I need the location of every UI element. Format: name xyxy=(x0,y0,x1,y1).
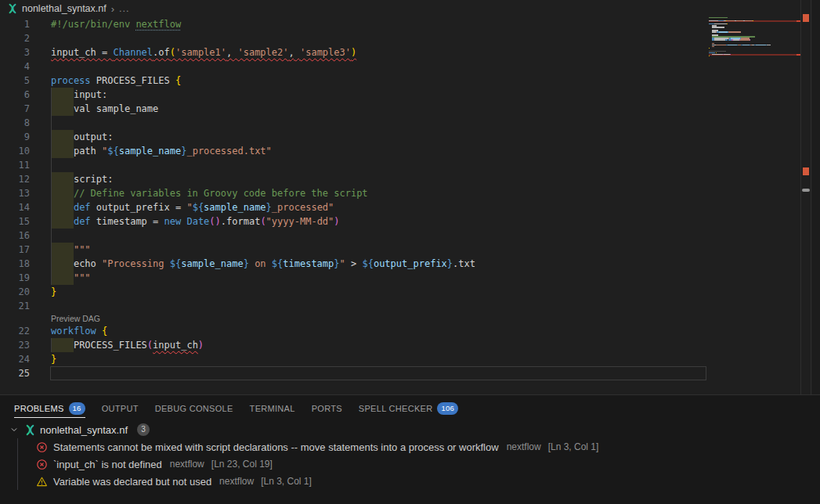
code-line-17[interactable]: 17 """ xyxy=(0,243,800,257)
code-line-19[interactable]: 19 """ xyxy=(0,271,800,285)
problems-file-group[interactable]: nonlethal_syntax.nf 3 xyxy=(0,421,820,438)
line-number[interactable]: 18 xyxy=(0,257,30,271)
line-content: def output_prefix = "${sample_name}_proc… xyxy=(30,200,334,214)
code-line-10[interactable]: 10 path "${sample_name}_processed.txt" xyxy=(0,144,800,158)
breadcrumb-more[interactable]: ... xyxy=(119,3,129,14)
tab-label: DEBUG CONSOLE xyxy=(155,404,233,413)
line-number[interactable]: 9 xyxy=(0,130,30,144)
line-number[interactable]: 13 xyxy=(0,186,30,200)
line-number[interactable]: 3 xyxy=(0,45,30,59)
minimap[interactable] xyxy=(709,17,800,59)
code-line-2[interactable]: 2 xyxy=(0,31,800,45)
code-line-23[interactable]: 23 PROCESS_FILES(input_ch) xyxy=(0,338,800,352)
code-line-24[interactable]: 24} xyxy=(0,352,800,366)
code-line-6[interactable]: 6 input: xyxy=(0,88,800,102)
code-lines[interactable]: 1#!/usr/bin/env nextflow23input_ch = Cha… xyxy=(0,17,800,380)
code-line-3[interactable]: 3input_ch = Channel.of('sample1', 'sampl… xyxy=(0,45,800,59)
line-number[interactable]: 2 xyxy=(0,31,30,45)
indent-guide xyxy=(51,116,74,130)
chevron-down-icon[interactable] xyxy=(8,423,20,436)
code-line-21[interactable]: 21 xyxy=(0,299,800,313)
token: ) xyxy=(334,216,339,227)
panel-tab-ports[interactable]: PORTS xyxy=(312,395,342,421)
line-content: workflow { xyxy=(30,324,107,338)
ruler-marker-error[interactable] xyxy=(803,167,809,175)
problem-row[interactable]: `input_ch` is not definednextflow[Ln 23,… xyxy=(0,455,820,473)
line-number[interactable]: 20 xyxy=(0,285,30,299)
line-content: #!/usr/bin/env nextflow xyxy=(30,17,181,31)
ruler-marker-cursor[interactable] xyxy=(802,189,810,192)
code-line-15[interactable]: 15 def timestamp = new Date().format("yy… xyxy=(0,214,800,229)
code-line-4[interactable]: 4 xyxy=(0,59,800,74)
code-line-20[interactable]: 20} xyxy=(0,285,800,299)
code-line-22[interactable]: 22workflow { xyxy=(0,324,800,338)
tab-label: TERMINAL xyxy=(250,404,295,413)
code-line-1[interactable]: 1#!/usr/bin/env nextflow xyxy=(0,17,800,31)
indent-guide xyxy=(51,158,74,172)
error-squiggle: input_ch = Channel.of('sample1', 'sample… xyxy=(51,47,356,58)
overview-ruler[interactable] xyxy=(800,0,811,394)
token: () xyxy=(209,216,220,227)
line-number[interactable]: 15 xyxy=(0,214,30,229)
line-content: """ xyxy=(30,243,91,257)
code-editor[interactable]: 1#!/usr/bin/env nextflow23input_ch = Cha… xyxy=(0,17,800,394)
indent-highlight xyxy=(51,144,74,158)
code-line-9[interactable]: 9 output: xyxy=(0,130,800,144)
line-number[interactable]: 4 xyxy=(0,59,30,74)
code-line-8[interactable]: 8 xyxy=(0,116,800,130)
breadcrumb-file[interactable]: nonlethal_syntax.nf xyxy=(22,3,107,14)
token: #!/usr/bin/env xyxy=(51,19,135,30)
indent-highlight xyxy=(51,102,74,116)
code-line-12[interactable]: 12 script: xyxy=(0,172,800,186)
line-number[interactable]: 7 xyxy=(0,102,30,116)
line-content: path "${sample_name}_processed.txt" xyxy=(30,144,272,158)
code-line-16[interactable]: 16 xyxy=(0,229,800,243)
line-number[interactable]: 23 xyxy=(0,338,30,352)
line-number[interactable]: 11 xyxy=(0,158,30,172)
indent-highlight xyxy=(51,243,74,257)
panel-tab-spell-checker[interactable]: SPELL CHECKER106 xyxy=(359,395,458,421)
line-content: val sample_name xyxy=(30,102,158,116)
code-line-18[interactable]: 18 echo "Processing ${sample_name} on ${… xyxy=(0,257,800,271)
line-number[interactable]: 1 xyxy=(0,17,30,31)
token: Channel xyxy=(113,47,153,58)
panel-tab-debug-console[interactable]: DEBUG CONSOLE xyxy=(155,395,233,421)
line-number[interactable]: 5 xyxy=(0,74,30,88)
line-number[interactable]: 22 xyxy=(0,324,30,338)
line-number[interactable]: 14 xyxy=(0,200,30,214)
nextflow-logo-icon xyxy=(7,3,18,14)
line-number[interactable]: 6 xyxy=(0,88,30,102)
problem-location: [Ln 23, Col 19] xyxy=(211,459,273,470)
code-line-13[interactable]: 13 // Define variables in Groovy code be… xyxy=(0,186,800,200)
line-number[interactable]: 8 xyxy=(0,116,30,130)
line-number[interactable]: 19 xyxy=(0,271,30,285)
line-number[interactable]: 12 xyxy=(0,172,30,186)
code-line-7[interactable]: 7 val sample_name xyxy=(0,102,800,116)
panel-tab-problems[interactable]: PROBLEMS16 xyxy=(14,395,85,421)
line-number[interactable]: 24 xyxy=(0,352,30,366)
token: // Define variables in Groovy code befor… xyxy=(74,188,368,199)
problem-row[interactable]: Variable was declared but not usednextfl… xyxy=(0,473,820,490)
problems-count-badge: 3 xyxy=(137,423,150,436)
code-line-5[interactable]: 5process PROCESS_FILES { xyxy=(0,74,800,88)
tab-badge: 16 xyxy=(69,402,85,415)
panel-tab-output[interactable]: OUTPUT xyxy=(102,395,139,421)
line-number[interactable]: 16 xyxy=(0,229,30,243)
panel-tab-terminal[interactable]: TERMINAL xyxy=(250,395,295,421)
codelens-preview-dag[interactable]: Preview DAG xyxy=(0,313,800,324)
line-number[interactable]: 17 xyxy=(0,243,30,257)
current-line-highlight xyxy=(50,366,706,380)
token: output_prefix = xyxy=(91,202,187,213)
line-number[interactable]: 10 xyxy=(0,144,30,158)
token: PROCESS_FILES xyxy=(91,75,175,86)
line-number[interactable]: 21 xyxy=(0,299,30,313)
code-line-25[interactable]: 25 xyxy=(0,366,800,380)
line-content xyxy=(30,158,74,172)
problem-row[interactable]: Statements cannot be mixed with script d… xyxy=(0,438,820,455)
code-line-11[interactable]: 11 xyxy=(0,158,800,172)
token: ${ xyxy=(107,146,118,157)
breadcrumb: nonlethal_syntax.nf › ... xyxy=(0,0,800,17)
ruler-marker-error[interactable] xyxy=(803,14,809,22)
line-number[interactable]: 25 xyxy=(0,366,30,380)
code-line-14[interactable]: 14 def output_prefix = "${sample_name}_p… xyxy=(0,200,800,214)
